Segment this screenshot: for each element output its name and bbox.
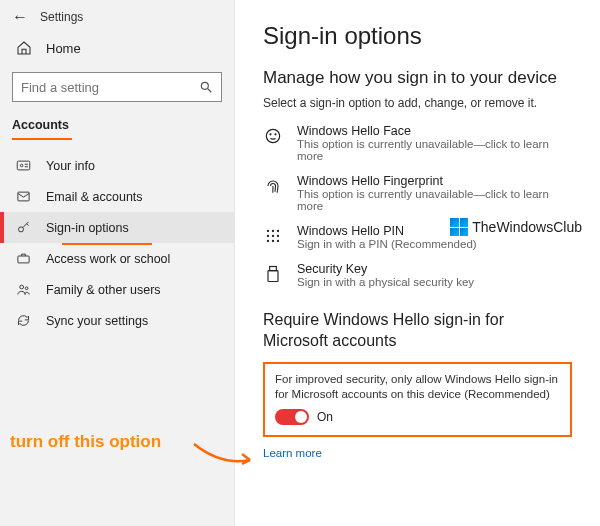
fingerprint-icon <box>263 176 283 196</box>
annotation-callout: turn off this option <box>10 432 161 452</box>
option-desc: Sign in with a physical security key <box>297 276 474 288</box>
face-icon <box>263 126 283 146</box>
option-title: Windows Hello Fingerprint <box>297 174 572 188</box>
svg-point-20 <box>267 240 269 242</box>
back-icon[interactable]: ← <box>12 8 28 26</box>
sidebar-item-label: Sign-in options <box>46 221 129 235</box>
svg-point-17 <box>267 235 269 237</box>
svg-point-3 <box>20 164 23 167</box>
sync-icon <box>16 313 32 328</box>
window-title: Settings <box>40 10 83 24</box>
svg-point-7 <box>19 227 24 232</box>
option-title: Security Key <box>297 262 474 276</box>
svg-point-13 <box>275 134 276 135</box>
svg-point-10 <box>25 287 28 290</box>
page-subtitle: Manage how you sign in to your device <box>263 68 572 88</box>
svg-point-22 <box>277 240 279 242</box>
sidebar-item-your-info[interactable]: Your info <box>0 150 234 181</box>
people-icon <box>16 282 32 297</box>
option-hello-fingerprint[interactable]: Windows Hello Fingerprint This option is… <box>263 174 572 212</box>
home-label: Home <box>46 41 81 56</box>
usb-key-icon <box>263 264 283 284</box>
svg-point-18 <box>272 235 274 237</box>
mail-icon <box>16 189 32 204</box>
sidebar-item-family[interactable]: Family & other users <box>0 274 234 305</box>
sidebar-item-email[interactable]: Email & accounts <box>0 181 234 212</box>
sidebar-item-signin[interactable]: Sign-in options <box>0 212 234 243</box>
svg-point-16 <box>277 230 279 232</box>
search-icon <box>199 80 213 94</box>
select-hint: Select a sign-in option to add, change, … <box>263 96 572 110</box>
sidebar-item-label: Your info <box>46 159 95 173</box>
svg-rect-8 <box>18 256 29 263</box>
option-title: Windows Hello PIN <box>297 224 477 238</box>
sidebar-item-sync[interactable]: Sync your settings <box>0 305 234 336</box>
svg-point-15 <box>272 230 274 232</box>
home-button[interactable]: Home <box>0 30 234 66</box>
briefcase-icon <box>16 251 32 266</box>
require-hello-toggle[interactable] <box>275 409 309 425</box>
sidebar-item-label: Family & other users <box>46 283 161 297</box>
svg-point-19 <box>277 235 279 237</box>
option-desc: Sign in with a PIN (Recommended) <box>297 238 477 250</box>
search-box[interactable] <box>12 72 222 102</box>
sidebar-item-label: Access work or school <box>46 252 170 266</box>
svg-point-11 <box>266 129 279 142</box>
svg-point-9 <box>20 285 24 289</box>
svg-rect-24 <box>268 271 278 282</box>
svg-point-21 <box>272 240 274 242</box>
learn-more-link[interactable]: Learn more <box>263 447 322 459</box>
annotation-underline <box>12 138 72 140</box>
option-hello-pin[interactable]: Windows Hello PIN Sign in with a PIN (Re… <box>263 224 572 250</box>
page-title: Sign-in options <box>263 22 572 50</box>
svg-rect-23 <box>270 267 277 271</box>
option-desc: This option is currently unavailable—cli… <box>297 188 572 212</box>
option-security-key[interactable]: Security Key Sign in with a physical sec… <box>263 262 572 288</box>
require-hello-desc: For improved security, only allow Window… <box>275 372 560 402</box>
svg-rect-6 <box>18 192 29 201</box>
svg-line-1 <box>208 89 212 93</box>
section-header-accounts: Accounts <box>0 112 234 136</box>
search-input[interactable] <box>21 80 199 95</box>
pin-keypad-icon <box>263 226 283 246</box>
sidebar-item-label: Email & accounts <box>46 190 143 204</box>
svg-rect-2 <box>17 161 30 170</box>
home-icon <box>16 40 32 56</box>
require-hello-heading: Require Windows Hello sign-in for Micros… <box>263 310 572 352</box>
option-hello-face[interactable]: Windows Hello Face This option is curren… <box>263 124 572 162</box>
person-icon <box>16 158 32 173</box>
require-hello-box: For improved security, only allow Window… <box>263 362 572 438</box>
sidebar-item-work-school[interactable]: Access work or school <box>0 243 234 274</box>
svg-point-12 <box>270 134 271 135</box>
sidebar-item-label: Sync your settings <box>46 314 148 328</box>
toggle-state-label: On <box>317 410 333 424</box>
key-icon <box>16 220 32 235</box>
svg-point-14 <box>267 230 269 232</box>
option-desc: This option is currently unavailable—cli… <box>297 138 572 162</box>
option-title: Windows Hello Face <box>297 124 572 138</box>
svg-point-0 <box>201 82 208 89</box>
sidebar-nav: Your info Email & accounts Sign-in optio… <box>0 150 234 336</box>
main-content: Sign-in options Manage how you sign in t… <box>235 0 600 526</box>
